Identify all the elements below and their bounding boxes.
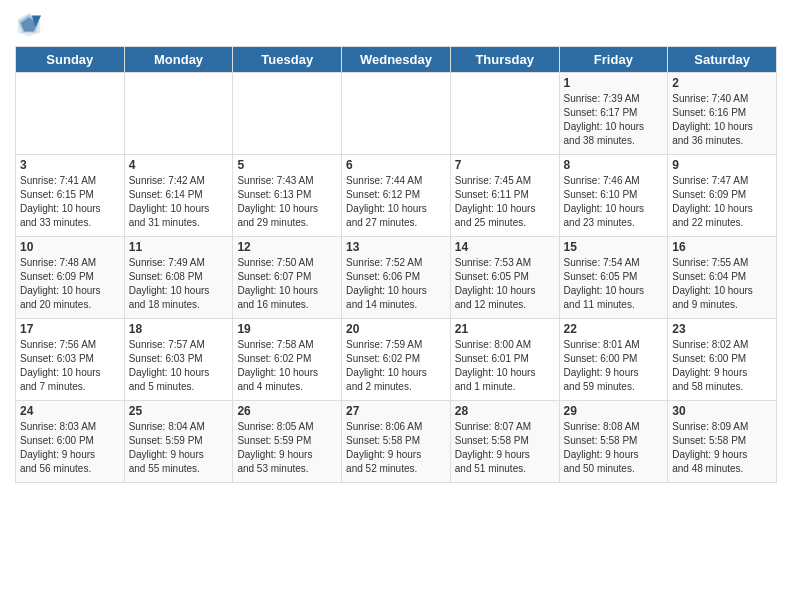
calendar-cell: 6Sunrise: 7:44 AMSunset: 6:12 PMDaylight… <box>342 155 451 237</box>
day-number: 19 <box>237 322 337 336</box>
day-info: Sunrise: 7:53 AMSunset: 6:05 PMDaylight:… <box>455 256 555 312</box>
day-info: Sunrise: 7:43 AMSunset: 6:13 PMDaylight:… <box>237 174 337 230</box>
day-info: Sunrise: 7:40 AMSunset: 6:16 PMDaylight:… <box>672 92 772 148</box>
day-number: 15 <box>564 240 664 254</box>
calendar-cell <box>124 73 233 155</box>
day-number: 20 <box>346 322 446 336</box>
day-number: 18 <box>129 322 229 336</box>
calendar-week-2: 3Sunrise: 7:41 AMSunset: 6:15 PMDaylight… <box>16 155 777 237</box>
day-number: 6 <box>346 158 446 172</box>
day-info: Sunrise: 7:42 AMSunset: 6:14 PMDaylight:… <box>129 174 229 230</box>
day-number: 10 <box>20 240 120 254</box>
calendar-cell <box>342 73 451 155</box>
calendar-cell <box>16 73 125 155</box>
day-number: 24 <box>20 404 120 418</box>
day-number: 25 <box>129 404 229 418</box>
day-number: 8 <box>564 158 664 172</box>
weekday-header-monday: Monday <box>124 47 233 73</box>
weekday-header-wednesday: Wednesday <box>342 47 451 73</box>
calendar-cell: 29Sunrise: 8:08 AMSunset: 5:58 PMDayligh… <box>559 401 668 483</box>
day-info: Sunrise: 7:44 AMSunset: 6:12 PMDaylight:… <box>346 174 446 230</box>
calendar-week-4: 17Sunrise: 7:56 AMSunset: 6:03 PMDayligh… <box>16 319 777 401</box>
day-info: Sunrise: 7:50 AMSunset: 6:07 PMDaylight:… <box>237 256 337 312</box>
weekday-header-row: SundayMondayTuesdayWednesdayThursdayFrid… <box>16 47 777 73</box>
day-info: Sunrise: 7:49 AMSunset: 6:08 PMDaylight:… <box>129 256 229 312</box>
calendar-cell: 23Sunrise: 8:02 AMSunset: 6:00 PMDayligh… <box>668 319 777 401</box>
calendar-cell: 1Sunrise: 7:39 AMSunset: 6:17 PMDaylight… <box>559 73 668 155</box>
day-number: 23 <box>672 322 772 336</box>
day-info: Sunrise: 8:05 AMSunset: 5:59 PMDaylight:… <box>237 420 337 476</box>
day-info: Sunrise: 7:54 AMSunset: 6:05 PMDaylight:… <box>564 256 664 312</box>
weekday-header-tuesday: Tuesday <box>233 47 342 73</box>
calendar-cell: 17Sunrise: 7:56 AMSunset: 6:03 PMDayligh… <box>16 319 125 401</box>
calendar-cell: 28Sunrise: 8:07 AMSunset: 5:58 PMDayligh… <box>450 401 559 483</box>
day-info: Sunrise: 8:09 AMSunset: 5:58 PMDaylight:… <box>672 420 772 476</box>
calendar-week-1: 1Sunrise: 7:39 AMSunset: 6:17 PMDaylight… <box>16 73 777 155</box>
day-info: Sunrise: 7:57 AMSunset: 6:03 PMDaylight:… <box>129 338 229 394</box>
calendar-cell <box>450 73 559 155</box>
calendar-cell: 11Sunrise: 7:49 AMSunset: 6:08 PMDayligh… <box>124 237 233 319</box>
calendar-cell: 21Sunrise: 8:00 AMSunset: 6:01 PMDayligh… <box>450 319 559 401</box>
day-info: Sunrise: 7:59 AMSunset: 6:02 PMDaylight:… <box>346 338 446 394</box>
weekday-header-friday: Friday <box>559 47 668 73</box>
calendar-cell: 18Sunrise: 7:57 AMSunset: 6:03 PMDayligh… <box>124 319 233 401</box>
calendar-cell: 3Sunrise: 7:41 AMSunset: 6:15 PMDaylight… <box>16 155 125 237</box>
weekday-header-saturday: Saturday <box>668 47 777 73</box>
logo-icon <box>15 10 43 38</box>
calendar-week-3: 10Sunrise: 7:48 AMSunset: 6:09 PMDayligh… <box>16 237 777 319</box>
day-info: Sunrise: 7:55 AMSunset: 6:04 PMDaylight:… <box>672 256 772 312</box>
calendar-week-5: 24Sunrise: 8:03 AMSunset: 6:00 PMDayligh… <box>16 401 777 483</box>
calendar-cell: 2Sunrise: 7:40 AMSunset: 6:16 PMDaylight… <box>668 73 777 155</box>
day-number: 17 <box>20 322 120 336</box>
day-info: Sunrise: 7:56 AMSunset: 6:03 PMDaylight:… <box>20 338 120 394</box>
day-number: 26 <box>237 404 337 418</box>
day-number: 11 <box>129 240 229 254</box>
day-info: Sunrise: 7:48 AMSunset: 6:09 PMDaylight:… <box>20 256 120 312</box>
calendar-cell: 7Sunrise: 7:45 AMSunset: 6:11 PMDaylight… <box>450 155 559 237</box>
day-info: Sunrise: 8:08 AMSunset: 5:58 PMDaylight:… <box>564 420 664 476</box>
calendar-cell: 14Sunrise: 7:53 AMSunset: 6:05 PMDayligh… <box>450 237 559 319</box>
calendar-header: SundayMondayTuesdayWednesdayThursdayFrid… <box>16 47 777 73</box>
calendar-cell: 13Sunrise: 7:52 AMSunset: 6:06 PMDayligh… <box>342 237 451 319</box>
calendar-cell: 20Sunrise: 7:59 AMSunset: 6:02 PMDayligh… <box>342 319 451 401</box>
day-number: 30 <box>672 404 772 418</box>
day-number: 29 <box>564 404 664 418</box>
calendar-body: 1Sunrise: 7:39 AMSunset: 6:17 PMDaylight… <box>16 73 777 483</box>
day-info: Sunrise: 7:39 AMSunset: 6:17 PMDaylight:… <box>564 92 664 148</box>
day-number: 1 <box>564 76 664 90</box>
calendar-table: SundayMondayTuesdayWednesdayThursdayFrid… <box>15 46 777 483</box>
page-header <box>15 10 777 38</box>
calendar-cell: 30Sunrise: 8:09 AMSunset: 5:58 PMDayligh… <box>668 401 777 483</box>
calendar-cell: 15Sunrise: 7:54 AMSunset: 6:05 PMDayligh… <box>559 237 668 319</box>
day-number: 21 <box>455 322 555 336</box>
day-number: 7 <box>455 158 555 172</box>
weekday-header-thursday: Thursday <box>450 47 559 73</box>
day-number: 2 <box>672 76 772 90</box>
day-info: Sunrise: 8:06 AMSunset: 5:58 PMDaylight:… <box>346 420 446 476</box>
calendar-cell: 24Sunrise: 8:03 AMSunset: 6:00 PMDayligh… <box>16 401 125 483</box>
calendar-cell: 16Sunrise: 7:55 AMSunset: 6:04 PMDayligh… <box>668 237 777 319</box>
calendar-cell: 10Sunrise: 7:48 AMSunset: 6:09 PMDayligh… <box>16 237 125 319</box>
day-info: Sunrise: 8:03 AMSunset: 6:00 PMDaylight:… <box>20 420 120 476</box>
day-info: Sunrise: 7:52 AMSunset: 6:06 PMDaylight:… <box>346 256 446 312</box>
calendar-cell: 12Sunrise: 7:50 AMSunset: 6:07 PMDayligh… <box>233 237 342 319</box>
calendar-cell: 5Sunrise: 7:43 AMSunset: 6:13 PMDaylight… <box>233 155 342 237</box>
day-number: 28 <box>455 404 555 418</box>
day-number: 9 <box>672 158 772 172</box>
calendar-cell <box>233 73 342 155</box>
day-number: 4 <box>129 158 229 172</box>
day-number: 22 <box>564 322 664 336</box>
day-info: Sunrise: 8:04 AMSunset: 5:59 PMDaylight:… <box>129 420 229 476</box>
day-number: 12 <box>237 240 337 254</box>
day-info: Sunrise: 8:01 AMSunset: 6:00 PMDaylight:… <box>564 338 664 394</box>
logo <box>15 10 45 38</box>
day-info: Sunrise: 7:58 AMSunset: 6:02 PMDaylight:… <box>237 338 337 394</box>
day-info: Sunrise: 7:47 AMSunset: 6:09 PMDaylight:… <box>672 174 772 230</box>
day-info: Sunrise: 7:41 AMSunset: 6:15 PMDaylight:… <box>20 174 120 230</box>
day-number: 27 <box>346 404 446 418</box>
day-info: Sunrise: 8:00 AMSunset: 6:01 PMDaylight:… <box>455 338 555 394</box>
day-number: 13 <box>346 240 446 254</box>
day-info: Sunrise: 7:46 AMSunset: 6:10 PMDaylight:… <box>564 174 664 230</box>
day-number: 14 <box>455 240 555 254</box>
calendar-cell: 8Sunrise: 7:46 AMSunset: 6:10 PMDaylight… <box>559 155 668 237</box>
